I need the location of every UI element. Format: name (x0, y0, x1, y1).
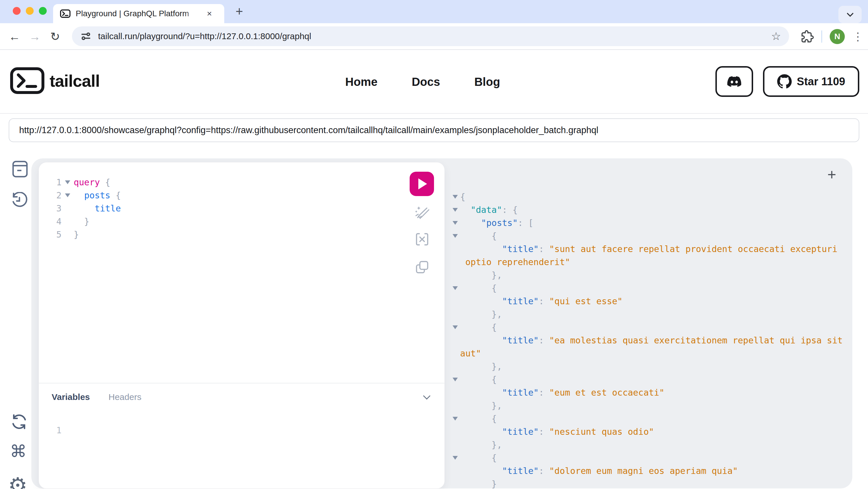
discord-icon (725, 74, 743, 89)
window-close-button[interactable] (13, 7, 21, 15)
address-bar[interactable]: tailcall.run/playground/?u=http://127.0.… (72, 26, 789, 46)
fold-gutter (450, 386, 460, 399)
back-button[interactable]: ← (6, 23, 23, 50)
editor-line: 2 posts { (39, 189, 399, 202)
prettify-brush-icon[interactable] (415, 205, 429, 220)
play-icon (418, 178, 427, 189)
code-text: { (460, 412, 497, 425)
fold-triangle-icon[interactable] (453, 456, 458, 460)
fold-gutter (62, 189, 74, 202)
variables-line-number: 1 (39, 425, 62, 435)
fold-triangle-icon[interactable] (453, 234, 458, 238)
fold-triangle-icon[interactable] (453, 417, 458, 421)
code-text: { (460, 190, 465, 203)
response-line: { (450, 229, 850, 242)
fold-triangle-icon[interactable] (65, 181, 70, 184)
reload-button[interactable]: ↻ (46, 23, 64, 50)
code-text: { (460, 229, 497, 242)
response-viewer[interactable]: { "data": { "posts": [ { "title": "sunt … (450, 190, 850, 489)
fold-gutter (450, 451, 460, 464)
code-text: aut" (460, 347, 481, 360)
extensions-icon[interactable] (801, 30, 814, 43)
response-line: { (450, 282, 850, 295)
code-text: title (74, 202, 121, 215)
nav-link-home[interactable]: Home (345, 75, 377, 89)
variables-divider (39, 383, 444, 384)
code-text: "title": "ea molestias quasi exercitatio… (460, 334, 843, 347)
fold-gutter (450, 229, 460, 242)
fold-gutter (62, 215, 74, 228)
add-tab-button[interactable]: + (827, 166, 836, 183)
url-text: tailcall.run/playground/?u=http://127.0.… (98, 31, 771, 41)
fold-gutter (450, 203, 460, 216)
site-settings-icon[interactable] (80, 30, 92, 42)
github-star-button[interactable]: Star 1109 (763, 66, 859, 97)
fold-gutter (450, 360, 460, 373)
copy-icon[interactable] (415, 260, 429, 274)
query-editor[interactable]: 1query {2 posts {3 title4 }5} (39, 176, 399, 241)
fold-gutter (450, 268, 460, 282)
settings-gear-icon[interactable]: ⚙ (8, 473, 27, 489)
github-star-label: Star 1109 (797, 75, 845, 88)
fold-triangle-icon[interactable] (453, 286, 458, 290)
history-icon[interactable] (10, 192, 28, 211)
response-line: { (450, 190, 850, 203)
editor-line: 3 title (39, 202, 399, 215)
fold-triangle-icon[interactable] (453, 195, 458, 199)
code-text: "data": { (460, 203, 518, 216)
fold-gutter (450, 334, 460, 347)
discord-button[interactable] (715, 66, 753, 97)
refetch-icon[interactable] (10, 413, 28, 431)
window-minimize-button[interactable] (26, 7, 34, 15)
code-text: "title": "nesciunt quas odio" (460, 425, 654, 438)
forward-button[interactable]: → (26, 23, 43, 50)
response-line: }, (450, 308, 850, 321)
browser-tab[interactable]: Playground | GraphQL Platform × (53, 4, 224, 23)
fold-gutter (450, 464, 460, 478)
response-line: }, (450, 268, 850, 282)
fold-triangle-icon[interactable] (65, 193, 70, 197)
site-header: tailcall Home Docs Blog Star 1109 (0, 50, 868, 114)
code-text: { (460, 321, 497, 334)
window-controls (13, 7, 47, 15)
shortcuts-icon[interactable]: ⌘ (10, 442, 27, 461)
tab-close-icon[interactable]: × (207, 9, 212, 19)
line-number: 5 (39, 228, 62, 241)
merge-icon[interactable] (415, 232, 429, 247)
code-text: }, (460, 308, 502, 321)
fold-triangle-icon[interactable] (453, 221, 458, 225)
fold-triangle-icon[interactable] (453, 208, 458, 212)
editor-line: 5} (39, 228, 399, 241)
bookmark-star-icon[interactable]: ☆ (771, 30, 781, 43)
endpoint-url-input[interactable] (9, 118, 859, 142)
nav-link-docs[interactable]: Docs (412, 75, 440, 89)
tailcall-logo[interactable]: tailcall (9, 67, 100, 95)
nav-link-blog[interactable]: Blog (474, 75, 500, 89)
fold-triangle-icon[interactable] (453, 325, 458, 329)
window-zoom-button[interactable] (39, 7, 47, 15)
response-line: { (450, 412, 850, 425)
execute-query-button[interactable] (410, 172, 434, 196)
code-text: posts { (74, 189, 121, 202)
fold-gutter (62, 228, 74, 241)
browser-menu-icon[interactable]: ⋮ (852, 30, 863, 43)
tab-headers[interactable]: Headers (108, 392, 141, 402)
new-tab-button[interactable]: + (236, 4, 243, 19)
code-text: "posts": [ (460, 216, 533, 229)
code-text: "title": "sunt aut facere repellat provi… (460, 242, 837, 256)
fold-triangle-icon[interactable] (453, 378, 458, 381)
tab-favicon-icon (60, 9, 70, 18)
main-nav: Home Docs Blog (345, 50, 500, 114)
docs-icon[interactable] (11, 160, 28, 179)
response-line: optio reprehenderit" (450, 256, 850, 268)
response-line: }, (450, 438, 850, 451)
line-number: 3 (39, 202, 62, 215)
profile-avatar[interactable]: N (830, 29, 845, 44)
response-line: "title": "eum et est occaecati" (450, 386, 850, 399)
response-line: "title": "qui est esse" (450, 295, 850, 308)
response-line: } (450, 478, 850, 489)
tab-variables[interactable]: Variables (52, 392, 90, 402)
tab-search-button[interactable] (838, 6, 862, 23)
code-text: } (74, 228, 79, 241)
response-line: "title": "nesciunt quas odio" (450, 425, 850, 438)
